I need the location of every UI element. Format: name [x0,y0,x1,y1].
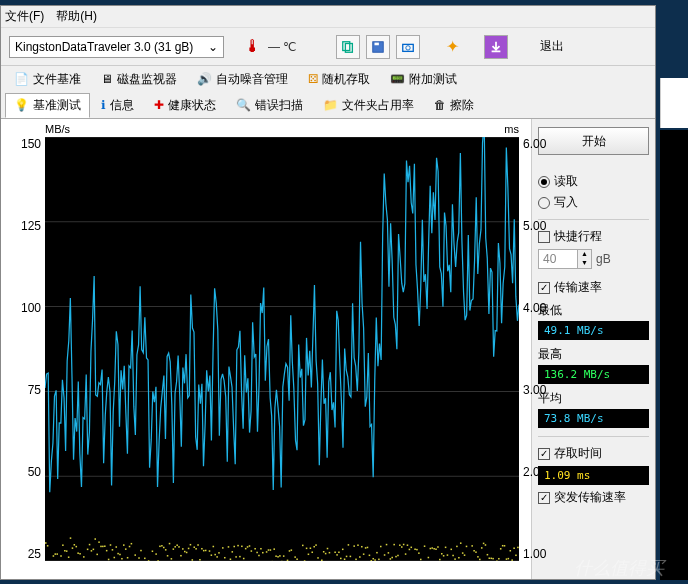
svg-rect-129 [268,549,270,551]
tab-random-access[interactable]: ⚄随机存取 [299,67,379,92]
svg-rect-175 [355,559,357,561]
svg-rect-132 [273,548,275,550]
radio-read[interactable]: 读取 [538,173,649,190]
svg-rect-202 [407,544,409,546]
start-button[interactable]: 开始 [538,127,649,155]
svg-rect-216 [433,548,435,550]
y-axis-right-label: ms [504,123,519,135]
checkbox-short-stroke[interactable]: 快捷行程 [538,228,649,245]
menu-help[interactable]: 帮助(H) [56,8,97,25]
svg-rect-62 [140,550,142,552]
svg-rect-28 [76,546,78,548]
avg-label: 平均 [538,390,649,407]
svg-rect-95 [203,550,205,552]
svg-rect-256 [510,550,512,552]
svg-rect-176 [357,544,359,546]
svg-rect-45 [108,559,110,561]
svg-rect-223 [447,554,449,556]
svg-rect-186 [376,552,378,554]
monitor-icon: 🖥 [101,72,113,86]
svg-rect-241 [481,547,483,549]
svg-rect-99 [211,554,213,556]
svg-rect-73 [161,545,163,547]
download-button[interactable] [484,35,508,59]
menu-file[interactable]: 文件(F) [5,8,44,25]
svg-rect-56 [129,546,131,548]
svg-rect-184 [372,558,374,560]
svg-rect-51 [119,554,121,556]
svg-rect-246 [490,558,492,560]
svg-rect-209 [420,559,422,561]
y-axis-right: 6.005.004.003.002.001.00 [523,137,551,561]
svg-rect-231 [462,552,464,554]
svg-rect-21 [62,544,64,546]
svg-rect-93 [199,559,201,561]
svg-rect-130 [270,549,272,551]
svg-rect-251 [500,548,502,550]
save-button[interactable] [366,35,390,59]
svg-rect-198 [399,544,401,546]
svg-rect-255 [508,558,510,560]
svg-rect-57 [131,543,133,545]
exit-button[interactable]: 退出 [536,36,568,57]
svg-rect-183 [371,560,373,561]
svg-rect-122 [254,548,256,550]
device-select[interactable]: KingstonDataTraveler 3.0 (31 gB) ⌄ [9,36,224,58]
tab-info[interactable]: ℹ信息 [92,93,143,118]
svg-rect-199 [401,546,403,548]
svg-rect-174 [353,545,355,547]
svg-rect-158 [323,551,325,553]
svg-rect-75 [165,549,167,551]
svg-rect-253 [504,545,506,547]
svg-rect-42 [102,546,104,548]
svg-rect-16 [53,555,55,557]
svg-rect-126 [262,552,264,554]
svg-rect-87 [188,548,190,550]
svg-rect-92 [197,544,199,546]
svg-rect-89 [192,559,194,561]
checkbox-burst-rate[interactable]: 突发传输速率 [538,489,649,506]
main-window: 文件(F) 帮助(H) KingstonDataTraveler 3.0 (31… [0,5,656,580]
svg-rect-113 [237,545,239,547]
copy-button[interactable] [336,35,360,59]
checkbox-access-time[interactable]: 存取时间 [538,445,649,462]
svg-rect-109 [230,558,232,560]
svg-rect-144 [296,558,298,560]
svg-rect-177 [359,556,361,558]
svg-rect-110 [232,551,234,553]
tab-aam[interactable]: 🔊自动噪音管理 [188,67,297,92]
tabs-row-2: 💡基准测试 ℹ信息 ✚健康状态 🔍错误扫描 📁文件夹占用率 🗑擦除 [1,92,655,118]
radio-write[interactable]: 写入 [538,194,649,211]
spin-down[interactable]: ▼ [577,259,591,268]
tab-benchmark[interactable]: 💡基准测试 [5,93,90,118]
svg-rect-24 [68,556,70,558]
svg-rect-152 [311,552,313,554]
svg-rect-249 [496,560,498,561]
svg-rect-139 [287,560,289,561]
svg-rect-43 [104,545,106,547]
svg-rect-35 [89,544,91,546]
svg-rect-211 [424,545,426,547]
svg-rect-76 [167,555,169,557]
svg-rect-55 [127,557,129,559]
svg-rect-166 [338,552,340,554]
tab-disk-monitor[interactable]: 🖥磁盘监视器 [92,67,186,92]
svg-rect-40 [98,541,100,543]
options-button[interactable]: ✦ [440,35,464,59]
checkbox-transfer-rate[interactable]: 传输速率 [538,279,649,296]
temperature-value: — ℃ [268,40,296,54]
svg-rect-159 [325,553,327,555]
tab-folder-usage[interactable]: 📁文件夹占用率 [314,93,423,118]
tab-extra-tests[interactable]: 📟附加测试 [381,67,466,92]
tab-erase[interactable]: 🗑擦除 [425,93,483,118]
svg-rect-22 [64,550,66,552]
tab-error-scan[interactable]: 🔍错误扫描 [227,93,312,118]
svg-rect-103 [218,552,220,554]
spin-up[interactable]: ▲ [577,250,591,259]
svg-rect-116 [243,558,245,560]
tab-file-benchmark[interactable]: 📄文件基准 [5,67,90,92]
tab-health[interactable]: ✚健康状态 [145,93,225,118]
screenshot-button[interactable] [396,35,420,59]
svg-rect-219 [439,559,441,561]
svg-rect-100 [213,546,215,548]
